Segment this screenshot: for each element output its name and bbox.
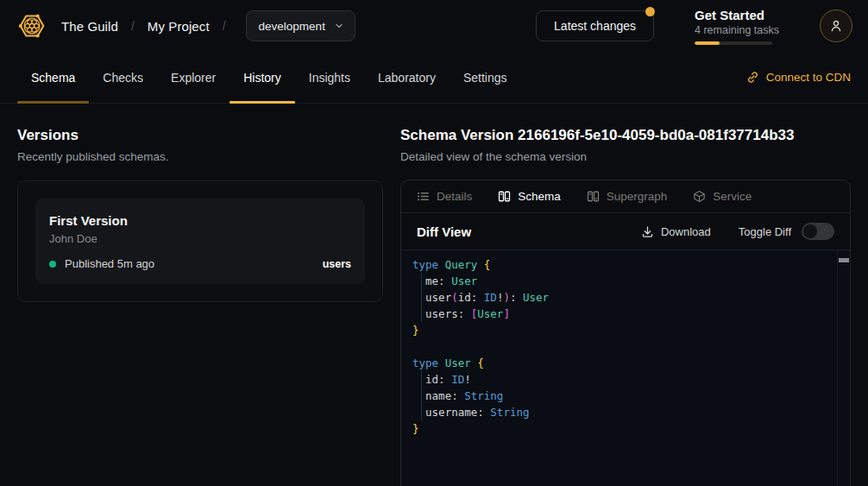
version-name: First Version <box>49 212 351 230</box>
breadcrumb-project[interactable]: My Project <box>148 19 210 34</box>
toggle-diff-label: Toggle Diff <box>739 225 791 238</box>
schema-view-panel: Details Schema Supergr <box>400 180 851 486</box>
versions-title: Versions <box>17 126 383 145</box>
get-started-progress-fill <box>695 41 720 45</box>
latest-changes-label: Latest changes <box>554 19 636 33</box>
download-button[interactable]: Download <box>641 225 711 238</box>
columns-icon <box>498 190 511 203</box>
version-list-item[interactable]: First Version John Doe Published 5m ago … <box>35 199 365 284</box>
hive-logo[interactable] <box>16 9 48 42</box>
code-scrollbar-thumb[interactable] <box>839 258 849 262</box>
toggle-diff-switch[interactable] <box>802 223 834 240</box>
version-detail-title: Schema Version 2166196f-5e10-4059-bd0a-0… <box>400 126 851 145</box>
notification-dot <box>645 7 655 16</box>
main-content: Versions Recently published schemas. Fir… <box>0 104 868 486</box>
breadcrumb-separator: / <box>131 19 135 33</box>
version-service-badge: users <box>323 258 351 270</box>
breadcrumb-org[interactable]: The Guild <box>61 19 118 34</box>
nav-tab-history[interactable]: History <box>230 52 295 103</box>
version-detail-subtitle: Detailed view of the schema version <box>400 150 851 163</box>
detail-tab-label: Schema <box>518 190 561 203</box>
detail-tab-label: Supergraph <box>607 190 668 203</box>
nav-tab-checks[interactable]: Checks <box>89 52 157 103</box>
version-author: John Doe <box>49 231 351 247</box>
list-icon <box>417 190 430 203</box>
nav-tab-schema[interactable]: Schema <box>17 52 89 103</box>
detail-tab-details[interactable]: Details <box>417 190 472 203</box>
columns-icon <box>587 190 600 203</box>
detail-tabs: Details Schema Supergr <box>401 180 850 213</box>
schema-code-block: type Query { me: User user(id: ID!): Use… <box>401 250 850 486</box>
get-started-subtitle: 4 remaining tasks <box>695 23 779 37</box>
code-scrollbar-track <box>837 250 850 486</box>
version-detail-panel: Schema Version 2166196f-5e10-4059-bd0a-0… <box>400 104 868 486</box>
latest-changes-button[interactable]: Latest changes <box>536 10 654 41</box>
hive-logo-icon <box>16 9 48 42</box>
versions-list: First Version John Doe Published 5m ago … <box>17 180 383 302</box>
code-content: type Query { me: User user(id: ID!): Use… <box>412 256 833 437</box>
get-started-title: Get Started <box>695 8 779 23</box>
environment-selector[interactable]: development <box>246 10 355 41</box>
primary-nav: Schema Checks Explorer History Insights … <box>0 52 868 104</box>
versions-subtitle: Recently published schemas. <box>17 150 383 163</box>
link-icon <box>746 71 759 84</box>
chevron-down-icon <box>334 21 344 31</box>
breadcrumb-separator: / <box>223 19 226 33</box>
versions-panel: Versions Recently published schemas. Fir… <box>0 104 400 486</box>
diff-view-title: Diff View <box>417 224 471 239</box>
download-label: Download <box>661 225 711 238</box>
nav-tab-explorer[interactable]: Explorer <box>157 52 230 103</box>
app-header: The Guild / My Project / development Lat… <box>0 0 868 52</box>
nav-tab-insights[interactable]: Insights <box>295 52 364 103</box>
detail-tab-label: Service <box>713 190 752 203</box>
environment-selector-value: development <box>259 20 325 33</box>
detail-tab-label: Details <box>437 190 472 203</box>
get-started-progress-bar <box>695 41 772 45</box>
detail-tab-supergraph[interactable]: Supergraph <box>587 190 668 203</box>
avatar[interactable] <box>820 9 852 42</box>
download-icon <box>641 225 654 238</box>
connect-to-cdn-link[interactable]: Connect to CDN <box>746 52 851 103</box>
toggle-knob <box>803 224 817 238</box>
nav-tab-laboratory[interactable]: Laboratory <box>364 52 450 103</box>
connect-to-cdn-label: Connect to CDN <box>766 71 851 84</box>
cube-icon <box>693 190 706 203</box>
get-started-widget[interactable]: Get Started 4 remaining tasks <box>695 8 779 45</box>
diff-toolbar: Diff View Download Toggle Diff <box>401 213 850 250</box>
detail-tab-schema[interactable]: Schema <box>498 190 561 203</box>
person-icon <box>828 18 844 34</box>
version-status: Published 5m ago <box>65 257 154 270</box>
detail-tab-service[interactable]: Service <box>693 190 752 203</box>
published-status-dot <box>49 261 56 268</box>
nav-tab-settings[interactable]: Settings <box>450 52 521 103</box>
